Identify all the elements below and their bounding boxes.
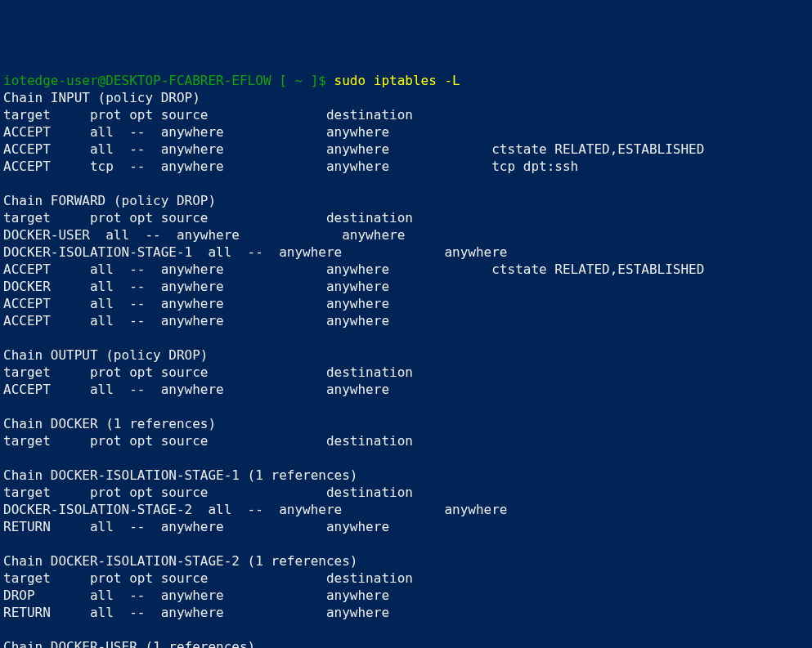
prompt-dollar: $ (318, 73, 334, 88)
terminal-output: Chain INPUT (policy DROP) target prot op… (3, 89, 809, 648)
command-text[interactable]: sudo iptables -L (334, 73, 460, 88)
prompt-user-host: iotedge-user@DESKTOP-FCABRER-EFLOW [ ~ ] (3, 73, 318, 88)
